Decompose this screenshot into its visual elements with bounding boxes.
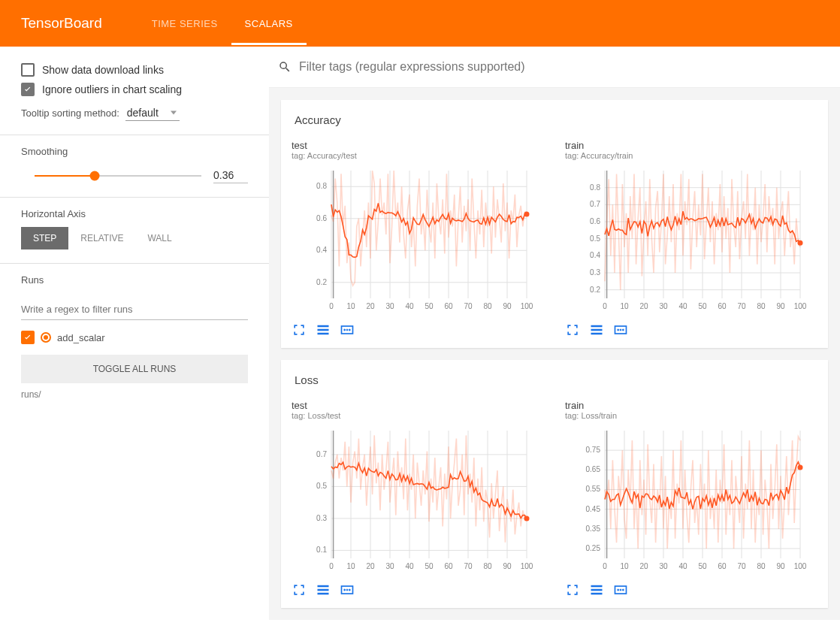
svg-text:0.5: 0.5 xyxy=(316,482,327,490)
toggle-all-runs-button[interactable]: TOGGLE ALL RUNS xyxy=(21,355,248,383)
smoothing-label: Smoothing xyxy=(21,146,248,157)
svg-text:80: 80 xyxy=(483,302,492,310)
runs-root-path: runs/ xyxy=(0,389,269,400)
checkbox-checked-icon[interactable] xyxy=(21,83,35,96)
slider-thumb-icon[interactable] xyxy=(89,171,99,180)
checkbox-icon[interactable] xyxy=(21,63,35,77)
svg-text:70: 70 xyxy=(737,302,746,310)
svg-text:50: 50 xyxy=(425,562,434,570)
svg-point-31 xyxy=(524,211,530,216)
svg-text:0.35: 0.35 xyxy=(586,525,601,533)
svg-point-151 xyxy=(618,589,619,591)
fit-domain-icon[interactable] xyxy=(340,582,355,597)
svg-text:10: 10 xyxy=(620,302,629,310)
nav-tabs: TIME SERIES SCALARS xyxy=(138,2,307,45)
chart-cell: train tag: Loss/train 0.250.350.450.550.… xyxy=(554,394,828,597)
group-title[interactable]: Accuracy xyxy=(281,100,828,134)
axis-wall-button[interactable]: WALL xyxy=(135,227,183,249)
axis-relative-button[interactable]: RELATIVE xyxy=(68,227,135,249)
chart-tools xyxy=(292,576,544,597)
svg-text:80: 80 xyxy=(757,562,766,570)
svg-text:0: 0 xyxy=(603,562,607,570)
chart-cell: test tag: Accuracy/test 0.20.40.60.80102… xyxy=(281,134,554,337)
tooltip-sorting-select[interactable]: default xyxy=(125,105,180,121)
svg-text:40: 40 xyxy=(678,302,687,310)
group-title[interactable]: Loss xyxy=(281,360,828,394)
chart-plot[interactable]: 0.250.350.450.550.650.750102030405060708… xyxy=(565,426,817,576)
svg-text:20: 20 xyxy=(639,302,648,310)
svg-point-153 xyxy=(622,589,624,591)
svg-text:0.4: 0.4 xyxy=(316,246,327,254)
fit-domain-icon[interactable] xyxy=(340,322,355,337)
sidebar: Show data download links Ignore outliers… xyxy=(0,47,269,620)
svg-point-33 xyxy=(344,329,346,331)
lines-icon[interactable] xyxy=(589,322,604,337)
smoothing-slider[interactable] xyxy=(35,175,201,177)
chart-tools xyxy=(565,316,817,337)
run-item[interactable]: add_scalar xyxy=(0,328,269,347)
svg-point-149 xyxy=(798,465,803,470)
svg-text:30: 30 xyxy=(385,562,394,570)
fit-domain-icon[interactable] xyxy=(613,582,628,597)
svg-text:0.8: 0.8 xyxy=(316,182,327,190)
svg-text:0.1: 0.1 xyxy=(316,546,327,554)
svg-point-109 xyxy=(524,516,530,521)
svg-text:0.25: 0.25 xyxy=(586,544,601,552)
expand-icon[interactable] xyxy=(292,322,307,337)
tag-filter-input[interactable] xyxy=(299,57,831,77)
expand-icon[interactable] xyxy=(565,582,580,597)
svg-text:0.3: 0.3 xyxy=(316,514,327,522)
svg-text:0.7: 0.7 xyxy=(590,200,600,208)
svg-text:10: 10 xyxy=(620,562,629,570)
svg-point-34 xyxy=(346,329,348,331)
svg-text:0.5: 0.5 xyxy=(590,234,600,243)
lines-icon[interactable] xyxy=(316,582,331,597)
tab-time-series[interactable]: TIME SERIES xyxy=(138,2,231,45)
app-header: TensorBoard TIME SERIES SCALARS xyxy=(0,0,840,47)
svg-text:0.55: 0.55 xyxy=(586,485,601,493)
svg-text:40: 40 xyxy=(678,562,687,570)
checkbox-checked-icon[interactable] xyxy=(21,331,35,344)
svg-point-35 xyxy=(349,329,350,331)
svg-text:10: 10 xyxy=(346,562,355,570)
svg-text:60: 60 xyxy=(718,302,727,310)
svg-text:70: 70 xyxy=(737,562,746,570)
expand-icon[interactable] xyxy=(565,322,580,337)
lines-icon[interactable] xyxy=(589,582,604,597)
axis-step-button[interactable]: STEP xyxy=(21,227,68,249)
runs-filter-input[interactable] xyxy=(21,299,248,320)
chart-tools xyxy=(292,316,544,337)
svg-text:50: 50 xyxy=(425,302,434,310)
expand-icon[interactable] xyxy=(292,582,307,597)
svg-text:0.3: 0.3 xyxy=(590,268,600,277)
horizontal-axis-label: Horizontal Axis xyxy=(21,208,248,219)
chart-tag: tag: Loss/train xyxy=(565,411,817,420)
svg-point-152 xyxy=(620,589,621,591)
svg-text:60: 60 xyxy=(444,562,453,570)
fit-domain-icon[interactable] xyxy=(613,322,628,337)
svg-text:100: 100 xyxy=(794,302,807,310)
option-ignore-outliers[interactable]: Ignore outliers in chart scaling xyxy=(21,83,248,96)
svg-point-75 xyxy=(618,329,619,331)
run-color-icon xyxy=(41,332,51,343)
svg-text:0.6: 0.6 xyxy=(590,217,600,225)
svg-point-76 xyxy=(620,329,621,331)
tab-scalars[interactable]: SCALARS xyxy=(231,2,307,45)
lines-icon[interactable] xyxy=(316,322,331,337)
svg-text:90: 90 xyxy=(503,302,512,310)
chart-tag: tag: Accuracy/train xyxy=(565,151,817,160)
svg-point-73 xyxy=(798,240,803,246)
chart-title: train xyxy=(565,140,817,151)
chart-plot[interactable]: 0.20.30.40.50.60.70.80102030405060708090… xyxy=(565,166,817,316)
svg-text:0.8: 0.8 xyxy=(590,183,600,192)
svg-text:50: 50 xyxy=(698,302,707,310)
svg-text:30: 30 xyxy=(385,302,394,310)
option-show-download-links[interactable]: Show data download links xyxy=(21,63,248,77)
svg-point-112 xyxy=(346,589,348,591)
chart-plot[interactable]: 0.10.30.50.70102030405060708090100 xyxy=(292,426,544,576)
smoothing-value[interactable]: 0.36 xyxy=(213,168,248,183)
app-title: TensorBoard xyxy=(21,15,102,32)
svg-text:0: 0 xyxy=(329,562,334,570)
chart-plot[interactable]: 0.20.40.60.80102030405060708090100 xyxy=(292,166,544,316)
svg-point-111 xyxy=(344,589,346,591)
